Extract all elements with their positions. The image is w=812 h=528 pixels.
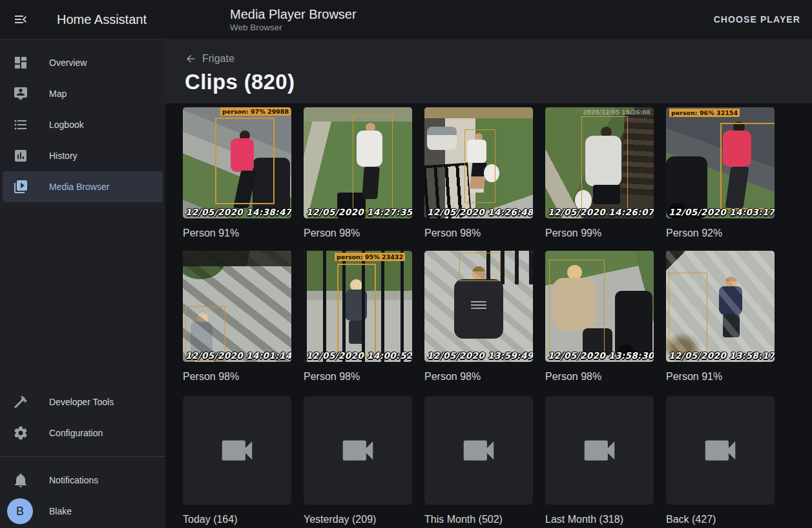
clip-card[interactable]: person: 96% 32154 12/05/2020 14:03:17 Pe… xyxy=(666,107,775,251)
sidebar-spacer xyxy=(0,202,165,386)
clip-thumbnail: person: 95% 23432 12/05/2020 14:00:52 xyxy=(304,251,412,362)
clip-card[interactable]: 12/05/2020 14:26:48 Person 98% xyxy=(424,107,533,251)
clip-thumbnail: person: 97% 29988 12/05/2020 14:38:47 xyxy=(183,107,291,218)
detection-bbox xyxy=(337,264,376,357)
detection-bbox xyxy=(669,273,707,353)
folder-tile xyxy=(545,396,654,505)
sidebar-item-media-browser[interactable]: Media Browser xyxy=(3,171,163,202)
folder-card-back[interactable]: Back (427) xyxy=(666,396,775,528)
clip-timestamp: 12/05/2020 14:26:07 xyxy=(548,207,654,217)
sidebar-item-label: Overview xyxy=(49,58,87,68)
clip-timestamp: 12/05/2020 14:26:48 xyxy=(427,207,533,217)
clip-caption: Person 99% xyxy=(545,227,654,239)
bell-icon xyxy=(13,472,28,488)
clip-thumbnail: 12/05/2020 13:58:30 xyxy=(545,251,654,362)
folder-label: Yesterday (209) xyxy=(304,513,412,525)
sidebar-header: Home Assistant xyxy=(0,12,165,27)
sidebar-item-developer-tools[interactable]: Developer Tools xyxy=(0,386,165,417)
detection-bbox xyxy=(353,115,393,211)
video-camera-icon xyxy=(459,430,499,470)
clip-timestamp: 12/05/2020 13:58:30 xyxy=(548,350,654,361)
clip-caption: Person 91% xyxy=(183,227,291,239)
folder-card-last-month[interactable]: Last Month (318) xyxy=(545,396,654,528)
clip-timestamp: 12/05/2020 13:58:17 xyxy=(669,350,775,361)
clip-caption: Person 98% xyxy=(304,370,412,383)
detection-bbox xyxy=(581,116,628,215)
clip-card[interactable]: 12/05/2020 13:59:49 Person 98% xyxy=(424,251,533,394)
view-dashboard-icon xyxy=(13,55,28,70)
clip-card[interactable]: person: 95% 23432 12/05/2020 14:00:52 Pe… xyxy=(304,251,412,394)
clip-thumbnail: 12/05/2020 14:01:14 xyxy=(183,251,291,362)
sidebar-item-user-profile[interactable]: B Blake xyxy=(0,496,165,527)
sidebar-item-map[interactable]: Map xyxy=(0,78,165,109)
clip-card[interactable]: 12/05/2020 13:58:30 Person 98% xyxy=(545,251,654,394)
sidebar-nav: Overview Map Logbook History Media Brows… xyxy=(0,39,165,202)
breadcrumb[interactable]: Frigate xyxy=(185,53,812,65)
page-title: Clips (820) xyxy=(185,70,812,94)
sidebar-item-notifications[interactable]: Notifications xyxy=(0,465,165,496)
folder-label: Back (427) xyxy=(666,513,775,525)
clip-timestamp: 12/05/2020 14:38:47 xyxy=(185,207,291,217)
panel-title-block: Media Player Browser Web Browser xyxy=(230,6,357,33)
sidebar-item-label: Logbook xyxy=(49,120,84,130)
sidebar-toggle-icon[interactable] xyxy=(13,12,28,27)
folder-card-yesterday[interactable]: Yesterday (209) xyxy=(304,396,412,528)
detection-bbox xyxy=(720,123,775,209)
clip-timestamp: 12/05/2020 14:27:35 xyxy=(306,207,412,217)
clip-card[interactable]: 12/05/2020 14:01:14 Person 98% xyxy=(183,251,291,394)
sidebar-item-logbook[interactable]: Logbook xyxy=(0,109,165,140)
panel-title: Media Player Browser xyxy=(230,6,357,22)
clip-caption: Person 98% xyxy=(424,227,533,239)
folder-tile xyxy=(304,396,412,505)
folder-card-this-month[interactable]: This Month (502) xyxy=(424,396,533,528)
sidebar-item-history[interactable]: History xyxy=(0,140,165,171)
clip-caption: Person 91% xyxy=(666,370,775,383)
sidebar-footer-nav: Developer Tools Configuration xyxy=(0,386,165,449)
clip-card[interactable]: person: 97% 29988 12/05/2020 14:38:47 Pe… xyxy=(183,107,291,251)
arrow-left-icon xyxy=(185,53,196,65)
detection-label: person: 95% 23432 xyxy=(335,253,405,261)
detection-bbox xyxy=(215,118,275,204)
detection-bbox xyxy=(464,129,495,203)
sidebar-item-label: Configuration xyxy=(49,428,103,438)
clip-timestamp: 12/05/2020 14:00:52 xyxy=(306,350,412,361)
sidebar-item-label: Map xyxy=(49,89,67,99)
gear-icon xyxy=(13,425,28,441)
clip-timestamp: 12/05/2020 14:01:14 xyxy=(185,350,291,361)
avatar: B xyxy=(7,498,33,524)
video-camera-icon xyxy=(217,430,257,470)
sidebar-item-label: History xyxy=(49,151,78,161)
media-browser-header: Frigate Clips (820) xyxy=(165,39,812,103)
detection-bbox xyxy=(459,253,501,281)
clip-thumbnail: 2020/12/05 15:26:08 12/05/2020 14:26:07 xyxy=(545,107,654,218)
user-name: Blake xyxy=(49,506,72,516)
folder-label: Last Month (318) xyxy=(545,513,654,525)
video-camera-icon xyxy=(338,430,378,470)
sidebar-item-label: Notifications xyxy=(49,475,98,485)
video-camera-icon xyxy=(579,430,619,470)
sidebar-divider xyxy=(0,456,165,457)
home-assistant-app: Home Assistant Media Player Browser Web … xyxy=(0,0,812,528)
clip-caption: Person 98% xyxy=(304,227,412,239)
home-assistant-title: Home Assistant xyxy=(57,12,147,27)
clip-card[interactable]: 2020/12/05 15:26:08 12/05/2020 14:26:07 … xyxy=(545,107,654,251)
detection-label: person: 96% 32154 xyxy=(669,109,740,117)
sidebar-item-label: Developer Tools xyxy=(49,397,114,407)
app-bar: Home Assistant Media Player Browser Web … xyxy=(0,0,812,39)
clip-grid-row-1: person: 97% 29988 12/05/2020 14:38:47 Pe… xyxy=(183,107,812,251)
sidebar-item-overview[interactable]: Overview xyxy=(0,47,165,78)
sidebar-item-configuration[interactable]: Configuration xyxy=(0,417,165,449)
clip-card[interactable]: 12/05/2020 14:27:35 Person 98% xyxy=(304,107,412,251)
clip-card[interactable]: 12/05/2020 13:58:17 Person 91% xyxy=(666,251,775,394)
camera-osd: 2020/12/05 15:26:08 xyxy=(583,109,651,116)
folder-card-today[interactable]: Today (164) xyxy=(183,396,291,528)
clip-caption: Person 98% xyxy=(183,370,291,383)
folder-tile xyxy=(666,396,775,505)
choose-player-button[interactable]: CHOOSE PLAYER xyxy=(714,14,800,25)
clip-thumbnail: 12/05/2020 14:26:48 xyxy=(424,107,533,218)
folder-tile xyxy=(183,396,291,505)
folder-grid-row: Today (164) Yesterday (209) This Month (… xyxy=(183,396,812,528)
clip-thumbnail: 12/05/2020 13:58:17 xyxy=(666,251,775,362)
clip-thumbnail: 12/05/2020 13:59:49 xyxy=(424,251,533,362)
list-bulleted-icon xyxy=(13,117,28,132)
